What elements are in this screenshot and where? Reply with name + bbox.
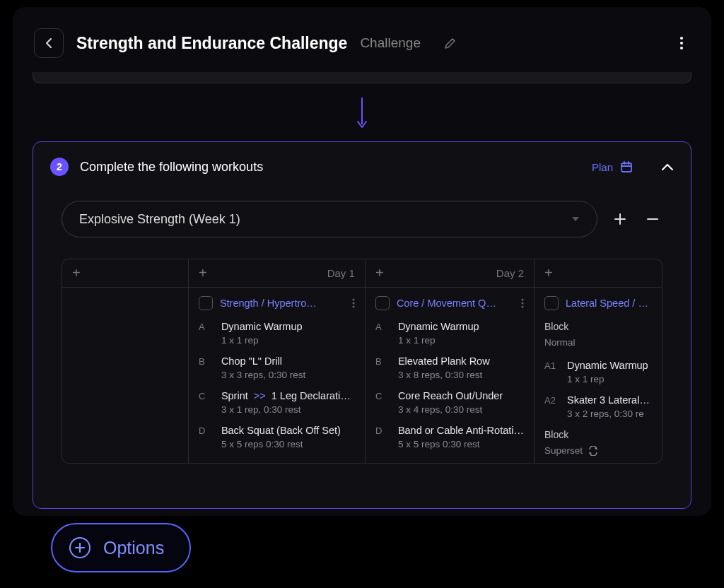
add-workout-button[interactable]: +: [199, 265, 207, 281]
workout-checkbox[interactable]: [544, 296, 559, 310]
exercise-detail: 3 x 1 rep, 0:30 rest: [221, 404, 355, 415]
svg-point-13: [352, 306, 354, 308]
exercise-row[interactable]: B Elevated Plank Row 3 x 8 reps, 0:30 re…: [366, 351, 534, 385]
workout-menu-icon[interactable]: [352, 298, 355, 308]
exercise-name: Back Squat (Back Off Set): [221, 425, 355, 436]
svg-point-11: [352, 299, 354, 301]
exercise-name: Core Reach Out/Under: [398, 390, 524, 401]
exercise-row[interactable]: A1 Dynamic Warmup 1 x 1 rep: [535, 355, 662, 389]
step-panel: 2 Complete the following workouts Plan E…: [33, 141, 691, 509]
exercise-row[interactable]: A2 Skater 3 Lateral Ho 3 x 2 reps, 0:30 …: [535, 389, 662, 424]
previous-step-footer: [33, 72, 691, 83]
superset-cycle-icon: [588, 446, 598, 456]
workout-title[interactable]: Core / Movement Q…: [397, 298, 514, 309]
collapse-icon[interactable]: [661, 163, 674, 171]
svg-point-2: [680, 47, 683, 49]
options-button[interactable]: Options: [51, 523, 191, 572]
day-header: +: [535, 259, 662, 288]
workout-checkbox[interactable]: [199, 296, 213, 310]
flow-arrow-icon: [13, 83, 711, 141]
week-selected-label: Explosive Strength (Week 1): [79, 212, 240, 227]
kebab-menu-icon[interactable]: [673, 30, 690, 57]
day-column-2: + Day 2 Core / Movement Q… A Dynamic War…: [366, 259, 535, 463]
exercise-detail: 3 x 2 reps, 0:30 re: [567, 408, 652, 419]
day-column-empty: +: [62, 259, 189, 463]
day-label: Day 2: [496, 267, 524, 279]
main-panel: Strength and Endurance Challenge Challen…: [13, 7, 711, 516]
step-number-badge: 2: [50, 158, 69, 176]
step-header: 2 Complete the following workouts Plan: [33, 142, 691, 192]
workout-title[interactable]: Lateral Speed / Ply: [566, 298, 652, 309]
block-type: Normal: [535, 337, 662, 355]
step-title: Complete the following workouts: [80, 160, 580, 175]
exercise-row[interactable]: D Back Squat (Back Off Set) 5 x 5 reps 0…: [189, 420, 365, 454]
page-title: Strength and Endurance Challenge: [76, 34, 347, 53]
plus-circle-icon: [69, 537, 90, 558]
svg-point-16: [522, 306, 524, 308]
dropdown-triangle-icon: [571, 216, 580, 222]
workout-header: Core / Movement Q…: [366, 288, 534, 316]
exercise-detail: 5 x 5 reps 0:30 rest: [221, 439, 355, 449]
add-week-button[interactable]: [610, 209, 630, 229]
exercise-name: Dynamic Warmup: [398, 321, 524, 332]
svg-point-14: [522, 299, 524, 301]
exercise-detail: 3 x 4 reps, 0:30 rest: [398, 404, 524, 415]
exercise-row[interactable]: D Band or Cable Anti-Rotati… 5 x 5 reps …: [366, 420, 534, 454]
exercise-name: Skater 3 Lateral Ho: [567, 394, 652, 406]
exercise-detail: 1 x 1 rep: [398, 335, 524, 346]
svg-rect-4: [621, 163, 631, 172]
add-workout-button[interactable]: +: [375, 265, 384, 281]
exercise-name: Dynamic Warmup: [567, 360, 652, 371]
workout-header: Lateral Speed / Ply: [535, 288, 662, 316]
exercise-name: Elevated Plank Row: [398, 355, 524, 367]
workout-header: Strength / Hypertro…: [189, 288, 365, 316]
day-column-1: + Day 1 Strength / Hypertro… A Dynamic W…: [189, 259, 366, 463]
workout-title[interactable]: Strength / Hypertro…: [220, 298, 345, 309]
exercise-detail: 3 x 3 reps, 0:30 rest: [221, 370, 355, 380]
plan-button[interactable]: Plan: [592, 160, 633, 173]
exercise-row[interactable]: A Dynamic Warmup 1 x 1 rep: [366, 316, 534, 351]
back-button[interactable]: [34, 28, 64, 58]
add-day-button[interactable]: +: [72, 265, 81, 281]
exercise-detail: 5 x 5 reps 0:30 rest: [398, 439, 524, 449]
svg-point-15: [522, 302, 524, 305]
calendar-icon: [620, 160, 633, 173]
exercise-name: Band or Cable Anti-Rotati…: [398, 425, 524, 436]
header-bar: Strength and Endurance Challenge Challen…: [13, 7, 711, 72]
chevron-left-icon: [45, 37, 52, 49]
svg-point-0: [680, 37, 683, 40]
exercise-name: Dynamic Warmup: [221, 321, 355, 332]
page-subtitle: Challenge: [360, 35, 421, 51]
day-column-3: + Lateral Speed / Ply Block Normal A1 Dy…: [535, 259, 662, 463]
exercise-name: Sprint >> 1 Leg Declarations: [221, 390, 355, 401]
day-label: Day 1: [327, 267, 355, 279]
workout-menu-icon[interactable]: [521, 298, 524, 308]
exercise-row[interactable]: C Core Reach Out/Under 3 x 4 reps, 0:30 …: [366, 385, 534, 420]
block-label: Block: [535, 316, 662, 337]
week-selector-row: Explosive Strength (Week 1): [33, 192, 691, 245]
exercise-detail: 1 x 1 rep: [567, 374, 652, 384]
svg-point-12: [352, 302, 354, 305]
exercise-row[interactable]: A Dynamic Warmup 1 x 1 rep: [189, 316, 365, 351]
week-select[interactable]: Explosive Strength (Week 1): [62, 201, 597, 237]
remove-week-button[interactable]: [643, 209, 662, 229]
day-header: + Day 2: [366, 259, 534, 288]
exercise-detail: 3 x 8 reps, 0:30 rest: [398, 370, 524, 380]
plan-label: Plan: [592, 161, 613, 173]
svg-point-1: [680, 42, 683, 45]
exercise-row[interactable]: C Sprint >> 1 Leg Declarations 3 x 1 rep…: [189, 385, 365, 420]
edit-icon[interactable]: [444, 37, 457, 49]
block-label: Block: [535, 424, 662, 445]
workout-checkbox[interactable]: [375, 296, 390, 310]
add-workout-button[interactable]: +: [544, 265, 553, 281]
days-grid: + + Day 1 Strength / Hypertro… A: [62, 259, 662, 464]
exercise-row[interactable]: B Chop "L" Drill 3 x 3 reps, 0:30 rest: [189, 351, 365, 385]
day-header-empty: +: [62, 259, 188, 288]
block-type: Superset: [535, 445, 662, 463]
day-header: + Day 1: [189, 259, 365, 288]
exercise-detail: 1 x 1 rep: [221, 335, 355, 346]
exercise-name: Chop "L" Drill: [221, 355, 355, 367]
options-label: Options: [103, 538, 164, 558]
